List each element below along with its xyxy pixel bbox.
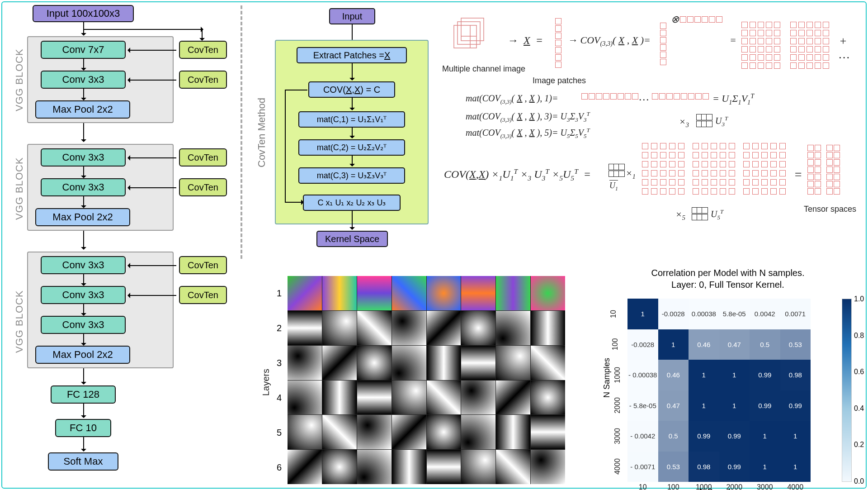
mat3-node: mat(C,3) = U₃Σ₃V₃ᵀ <box>298 167 405 184</box>
patch-cell <box>288 381 322 415</box>
patch-cell <box>357 346 392 380</box>
patch-cell <box>288 415 322 449</box>
cb-tick: 0.0 <box>854 477 864 485</box>
covten-node: CovTen <box>179 178 227 196</box>
hm-x-tick: 100 <box>667 483 679 490</box>
heatmap-cell: 0.5 <box>658 421 689 452</box>
input-node: Input 100x100x3 <box>33 5 134 22</box>
patch-cell <box>461 450 495 484</box>
extract-text: Extract Patches = <box>313 50 384 61</box>
heatmap-cell: 0.47 <box>658 390 689 421</box>
arrow-icon <box>128 157 176 158</box>
heatmap-cell: 0.99 <box>780 390 811 421</box>
plus-dots: + … <box>839 34 859 62</box>
heatmap-cell: 0.46 <box>658 360 689 390</box>
fc10-node: FC 10 <box>55 419 111 437</box>
cov-node: COV(X,X) = C <box>308 81 395 98</box>
heatmap-cell: 5.8e-05 <box>719 299 750 329</box>
covten-node: CovTen <box>179 148 227 167</box>
arrow-icon <box>128 80 176 81</box>
patch-cell <box>531 381 565 415</box>
hm-y-tick: 1000 <box>613 367 622 383</box>
arrow-icon <box>352 63 353 80</box>
line <box>285 90 286 202</box>
fc128-node: FC 128 <box>51 385 116 404</box>
stacked-images-icon <box>448 14 502 63</box>
heatmap-cell: - 0.00038 <box>627 360 658 390</box>
arrow-icon <box>84 29 203 30</box>
heatmap-cell: 0.0042 <box>750 299 780 329</box>
heatmap-cell: 0.98 <box>689 452 719 482</box>
patch-cell <box>461 311 495 345</box>
patch-cell <box>392 346 426 380</box>
mat1-rhs: = U1Σ1V1T <box>712 92 754 106</box>
arrow-icon <box>83 59 84 70</box>
cov-expression: → COV(3,3)( X , X )= <box>568 34 651 48</box>
big-eq-lhs: COV(X,X) ×1U1T ×3 U3T ×5U5T = <box>444 167 591 182</box>
image-patches-label: Image patches <box>533 76 586 86</box>
arrow-icon <box>352 98 353 109</box>
heatmap-cell: 0.99 <box>689 421 719 452</box>
covten-method: CovTen Method Input Extract Patches = X … <box>258 5 439 249</box>
heatmap-ylabel: N Samples <box>602 358 612 398</box>
maxpool-node: Max Pool 2x2 <box>35 346 130 364</box>
patch-cell <box>392 276 426 310</box>
conv3-node: Conv 3x3 <box>41 178 126 196</box>
heatmap-cell: 1 <box>689 390 719 421</box>
patch-cell <box>288 311 322 345</box>
patch-cell <box>461 276 495 310</box>
layers-ylabel: Layers <box>261 369 271 396</box>
row-4: 4 <box>277 393 282 403</box>
tensor-math: Multiple channel image → X = Image patch… <box>448 9 859 253</box>
heatmap-cell: -0.0028 <box>658 299 689 329</box>
covten-node: CovTen <box>179 256 227 274</box>
patch-cell <box>357 276 392 310</box>
covten-node: CovTen <box>179 286 227 304</box>
heatmap-xlabel: N Samples <box>627 487 811 490</box>
patch-cell <box>288 276 322 310</box>
patch-cell <box>357 415 392 449</box>
maxpool-node: Max Pool 2x2 <box>35 100 130 119</box>
arrow-icon <box>128 50 176 51</box>
hm-y-tick: 3000 <box>613 428 622 444</box>
patch-cell <box>322 450 357 484</box>
hm-x-tick: 1000 <box>696 483 712 490</box>
heatmap-cell: 0.0071 <box>780 299 811 329</box>
times1: ×1 <box>626 167 636 181</box>
maxpool-node: Max Pool 2x2 <box>35 208 130 226</box>
patch-cell <box>392 415 426 449</box>
layer-patches: Layers 1 2 3 4 5 6 <box>253 276 565 489</box>
hm-y-tick: 10 <box>609 310 618 318</box>
heatmap-cell: 1 <box>780 421 811 452</box>
method-label: CovTen Method <box>256 98 268 167</box>
heatmap-cell: 1 <box>658 329 689 360</box>
hm-y-tick: 100 <box>611 338 619 351</box>
correlation-heatmap: Correlation per Model with N samples. La… <box>588 267 868 489</box>
patch-cell <box>357 381 392 415</box>
conv3-node: Conv 3x3 <box>41 286 126 304</box>
covten-node: CovTen <box>179 71 227 89</box>
patch-cell <box>357 311 392 345</box>
patch-cell <box>427 276 461 310</box>
heatmap-grid: 1-0.00280.000385.8e-050.00420.0071-0.002… <box>627 299 811 482</box>
eq: = <box>794 167 802 182</box>
extract-x: X <box>384 50 390 61</box>
arrow-icon <box>202 29 203 40</box>
heatmap-cell: 0.53 <box>658 452 689 482</box>
times5: ×5 <box>675 209 685 222</box>
covten-node: CovTen <box>179 41 227 59</box>
heatmap-cell: 1 <box>719 390 750 421</box>
heatmap-cell: 0.46 <box>689 329 719 360</box>
heatmap-cell: 1 <box>689 360 719 390</box>
patch-cell <box>461 381 495 415</box>
heatmap-cell: 0.99 <box>719 421 750 452</box>
arrow-icon <box>83 334 84 345</box>
patch-cell <box>288 450 322 484</box>
patch-cell <box>322 381 357 415</box>
times3: ×3 <box>679 116 689 129</box>
patch-cell <box>322 311 357 345</box>
softmax-node: Soft Max <box>48 452 118 471</box>
patch-cell <box>496 346 530 380</box>
hm-x-tick: 2000 <box>726 483 742 490</box>
patch-cell <box>427 346 461 380</box>
